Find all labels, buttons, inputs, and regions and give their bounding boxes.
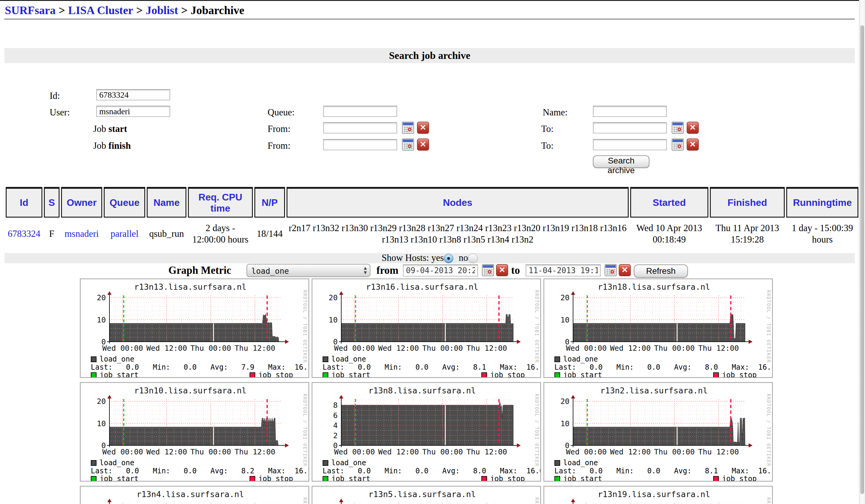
graph-panel-r13n10[interactable]: r13n10.lisa.surfsara.nlRRDTOOL / TOBI OE… [80, 382, 309, 481]
clear-date-icon[interactable]: ✕ [619, 264, 631, 276]
column-header-nodes: Nodes [287, 187, 629, 218]
cell-finished: Thu 11 Apr 2013 15:19:28 [710, 218, 785, 250]
svg-text:Wed 00:00: Wed 00:00 [566, 447, 607, 456]
clear-date-icon[interactable]: ✕ [687, 122, 699, 134]
metric-select[interactable]: load_one ▲▼ [246, 264, 370, 277]
clear-date-icon[interactable]: ✕ [417, 122, 429, 134]
legend-stats: Last:0.0Min:0.0Avg:8.1Max:16.1 [554, 467, 773, 475]
svg-text:10: 10 [97, 316, 106, 324]
search-archive-button[interactable]: Search archive [593, 155, 649, 168]
svg-text:Wed 12:00: Wed 12:00 [147, 344, 187, 353]
scrollbar-track[interactable] [859, 0, 865, 504]
graph-title: r13n13.lisa.surfsara.nl [81, 282, 300, 292]
graph-panel-r13n18[interactable]: r13n18.lisa.surfsara.nlRRDTOOL / TOBI OE… [544, 279, 773, 378]
graphs-from-input[interactable] [403, 265, 478, 277]
graph-panel-r13n8[interactable]: r13n8.lisa.surfsara.nlRRDTOOL / TOBI OET… [312, 382, 541, 481]
graph-title: r13n10.lisa.surfsara.nl [81, 386, 300, 395]
legend-series: load_one [554, 459, 598, 467]
breadcrumb-link[interactable]: LISA Cluster [68, 4, 133, 16]
rrdtool-watermark: RRDTOOL / TOBI OETIKER [302, 497, 308, 504]
calendar-icon[interactable] [672, 122, 684, 134]
legend-series: load_one [323, 459, 366, 467]
load-one-chart: 01020Wed 00:00Wed 12:00Thu 00:00Thu 12:0… [549, 395, 760, 458]
calendar-icon[interactable] [482, 264, 494, 276]
load-one-chart: 01020Wed 00:00Wed 12:00Thu 00:00Thu 12:0… [549, 291, 760, 354]
cell-owner[interactable]: msnaderi [61, 218, 103, 250]
breadcrumb-separator: > [178, 4, 191, 16]
name-input[interactable] [593, 106, 667, 117]
column-header-queue: Queue [104, 187, 145, 218]
legend-stats: Last:0.0Min:0.0Avg:8.2Max:16.1 [91, 467, 309, 475]
show-hosts-band: Show Hosts: yes no [4, 253, 855, 263]
legend-series: load_one [91, 459, 135, 467]
svg-text:Thu 12:00: Thu 12:00 [234, 447, 275, 456]
column-header-runningtime: Runningtime [786, 187, 858, 218]
graph-panel-r13n13[interactable]: r13n13.lisa.surfsara.nlRRDTOOL / TOBI OE… [80, 279, 309, 378]
svg-text:2: 2 [333, 431, 338, 440]
job-start-label: Job start [93, 124, 127, 134]
calendar-icon[interactable] [402, 122, 414, 134]
queue-input[interactable] [323, 106, 397, 117]
load-one-chart: 02468Wed 00:00Wed 12:00Thu 00:00Thu 12:0… [317, 395, 528, 458]
rrdtool-watermark: RRDTOOL / TOBI OETIKER [534, 394, 539, 467]
job-start-swatch [554, 372, 560, 378]
id-label: Id: [50, 91, 60, 101]
rrdtool-watermark: RRDTOOL / TOBI OETIKER [766, 394, 771, 467]
job-start-swatch [554, 476, 560, 481]
graph-panel-r13n19[interactable]: r13n19.lisa.surfsara.nlRRDTOOL / TOBI OE… [544, 486, 773, 504]
breadcrumb-link[interactable]: Joblist [146, 4, 178, 16]
legend-stats: Last:0.0Min:0.0Avg:8.0Max:16.1 [554, 363, 773, 372]
calendar-icon[interactable] [672, 139, 684, 151]
clear-date-icon[interactable]: ✕ [417, 139, 429, 151]
id-input[interactable] [96, 89, 170, 101]
column-header-s: S [44, 187, 59, 218]
show-hosts-no-radio[interactable] [468, 254, 478, 263]
graph-title: r13n5.lisa.surfsara.nl [312, 490, 532, 499]
queue-label: Queue: [268, 107, 295, 118]
job-finish-from-input[interactable] [323, 139, 397, 150]
svg-text:Wed 12:00: Wed 12:00 [147, 447, 187, 456]
job-stop-swatch [481, 476, 487, 481]
graph-panel-r13n2[interactable]: r13n2.lisa.surfsara.nlRRDTOOL / TOBI OET… [544, 382, 773, 481]
svg-text:20: 20 [97, 397, 106, 406]
breadcrumb-link[interactable]: SURFsara [5, 4, 56, 16]
legend-stats: Last:0.0Min:0.0Avg:8.1Max:16.1 [323, 363, 541, 372]
legend-job-markers: job startjob stop [554, 474, 765, 481]
user-input[interactable] [96, 106, 170, 117]
clear-date-icon[interactable]: ✕ [496, 264, 508, 276]
refresh-graphs-button[interactable]: Refresh graphs [634, 265, 688, 278]
rrdtool-watermark: RRDTOOL / TOBI OETIKER [766, 497, 771, 504]
scrollbar-thumb[interactable] [860, 25, 864, 494]
svg-text:20: 20 [561, 397, 569, 406]
calendar-icon[interactable] [402, 139, 414, 151]
svg-text:4: 4 [333, 421, 338, 430]
svg-text:8: 8 [333, 401, 338, 410]
graphs-to-input[interactable] [526, 265, 601, 277]
show-hosts-no-label: no [459, 253, 468, 263]
legend-job-markers: job startjob stop [91, 371, 301, 378]
cell-np: 18/144 [254, 218, 285, 250]
job-id-link: 6783324 [8, 228, 41, 239]
svg-text:10: 10 [561, 316, 569, 324]
graph-panel-r13n4[interactable]: r13n4.lisa.surfsara.nlRRDTOOL / TOBI OET… [80, 486, 309, 504]
cell-id[interactable]: 6783324 [6, 218, 43, 250]
graph-title: r13n8.lisa.surfsara.nl [312, 386, 532, 395]
queue-link: parallel [111, 228, 139, 239]
show-hosts-yes-radio[interactable] [444, 254, 453, 263]
job-start-to-input[interactable] [593, 122, 667, 133]
job-finish-to-input[interactable] [593, 139, 667, 150]
rrdtool-watermark: RRDTOOL / TOBI OETIKER [302, 290, 308, 363]
svg-text:20: 20 [97, 293, 106, 302]
graph-panel-r13n5[interactable]: r13n5.lisa.surfsara.nlRRDTOOL / TOBI OET… [312, 486, 541, 504]
job-start-swatch [323, 476, 328, 481]
svg-text:20: 20 [561, 293, 569, 302]
job-start-from-input[interactable] [323, 122, 397, 133]
graph-panel-r13n16[interactable]: r13n16.lisa.surfsara.nlRRDTOOL / TOBI OE… [312, 279, 541, 378]
calendar-icon[interactable] [604, 264, 616, 276]
cell-queue[interactable]: parallel [104, 218, 145, 250]
column-header-req-cpu-time: Req. CPU time [188, 187, 253, 218]
legend-job-markers: job startjob stop [91, 474, 301, 481]
horizontal-rule [4, 19, 855, 20]
clear-date-icon[interactable]: ✕ [687, 139, 699, 151]
svg-text:Wed 00:00: Wed 00:00 [334, 344, 374, 353]
